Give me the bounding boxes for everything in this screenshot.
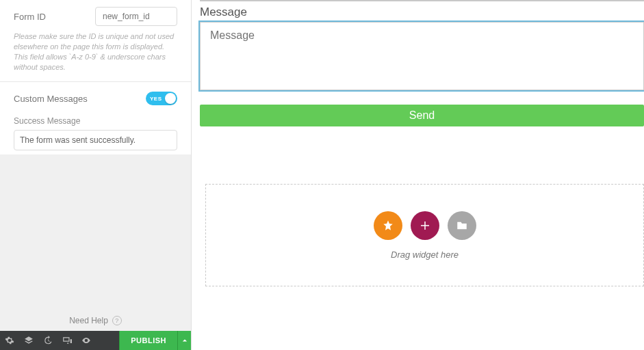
custom-messages-label: Custom Messages (14, 94, 88, 104)
eye-icon[interactable] (77, 331, 96, 350)
devices-icon[interactable] (57, 331, 77, 350)
sidebar-filler (0, 154, 191, 309)
message-textarea[interactable] (200, 22, 644, 90)
history-icon[interactable] (38, 331, 57, 350)
success-message-input[interactable] (14, 130, 177, 150)
star-icon[interactable] (374, 211, 402, 240)
gear-icon[interactable] (0, 331, 19, 350)
help-icon: ? (112, 316, 122, 325)
custom-messages-toggle[interactable]: YES (146, 92, 177, 105)
widget-dropzone[interactable]: Drag widget here (205, 184, 644, 286)
toggle-state-text: YES (146, 96, 162, 102)
folder-icon[interactable] (448, 211, 476, 240)
form-id-label: Form ID (14, 12, 46, 22)
message-field-label: Message (200, 5, 644, 22)
toggle-knob (165, 93, 176, 104)
plus-icon[interactable] (411, 211, 439, 240)
form-id-hint: Please make sure the ID is unique and no… (0, 29, 191, 81)
previous-field-outline (200, 0, 644, 1)
form-id-input[interactable] (95, 7, 177, 26)
settings-sidebar: Form ID Please make sure the ID is uniqu… (0, 0, 192, 350)
publish-dropdown-caret[interactable] (177, 331, 191, 350)
layers-icon[interactable] (19, 331, 38, 350)
send-button[interactable]: Send (200, 105, 644, 126)
publish-button[interactable]: PUBLISH (119, 331, 177, 350)
form-preview-canvas: Message Send Drag widget here (192, 0, 644, 350)
need-help-link[interactable]: Need Help ? (0, 309, 191, 331)
need-help-text: Need Help (69, 316, 108, 325)
bottom-toolbar: PUBLISH (0, 331, 191, 350)
success-message-label: Success Message (14, 116, 177, 130)
dropzone-text: Drag widget here (391, 250, 459, 260)
